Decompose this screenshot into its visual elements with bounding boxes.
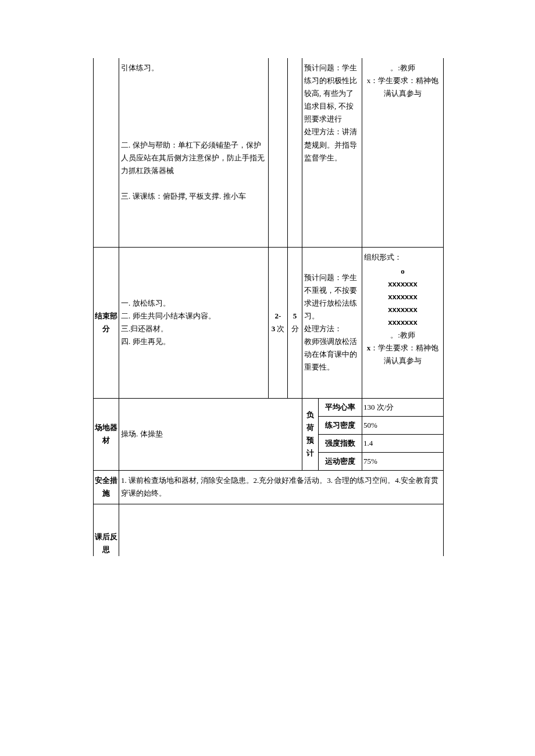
- metric-3-value: 75%: [362, 452, 444, 470]
- row1-time-blank: [288, 58, 302, 247]
- row1-content: 引体练习。 二. 保护与帮助：单杠下必须铺垫子，保护人员应站在其后侧方注意保护，…: [119, 58, 269, 247]
- metric-2-value: 1.4: [362, 434, 444, 452]
- row2-organization: 组织形式： o xxxxxxx xxxxxxx xxxxxxx xxxxxxx …: [362, 247, 444, 398]
- safety-content: 1. 课前检查场地和器材, 消除安全隐患。2.充分做好准备活动。3. 合理的练习…: [119, 470, 444, 504]
- metric-0-label: 平均心率: [319, 398, 362, 416]
- row1-organization: 。:教师 x：学生要求：精神饱满认真参与: [362, 58, 444, 247]
- reflect-content: [119, 504, 444, 556]
- metric-2-label: 强度指数: [319, 434, 362, 452]
- metric-0-value: 130 次/分: [362, 398, 444, 416]
- equipment-content: 操场. 体操垫: [119, 398, 302, 470]
- row2-content: 一. 放松练习。 二. 师生共同小结本课内容。 三.归还器材。 四. 师生再见。: [119, 247, 269, 398]
- metric-3-label: 运动密度: [319, 452, 362, 470]
- row1-section-blank: [94, 58, 119, 247]
- lesson-plan-table: 引体练习。 二. 保护与帮助：单杠下必须铺垫子，保护人员应站在其后侧方注意保护，…: [93, 58, 444, 556]
- safety-section-label: 安全措施: [94, 470, 119, 504]
- row1-issues: 预计问题：学生练习的积极性比较高, 有些为了追求目标, 不按照要求进行 处理方法…: [302, 58, 362, 247]
- reflect-section-label: 课后反思: [94, 504, 119, 556]
- metric-1-label: 练习密度: [319, 416, 362, 434]
- row1-reps-blank: [269, 58, 288, 247]
- row2-reps: 2-3 次: [269, 247, 288, 398]
- row2-section-label: 结束部分: [94, 247, 119, 398]
- equipment-section-label: 场地器材: [94, 398, 119, 470]
- row2-issues: 预计问题：学生不重视，不按要求进行放松法练习。 处理方法： 教师强调放松活动在体…: [302, 247, 362, 398]
- metric-1-value: 50%: [362, 416, 444, 434]
- row2-time: 5 分: [288, 247, 302, 398]
- load-label: 负荷预计: [302, 398, 319, 470]
